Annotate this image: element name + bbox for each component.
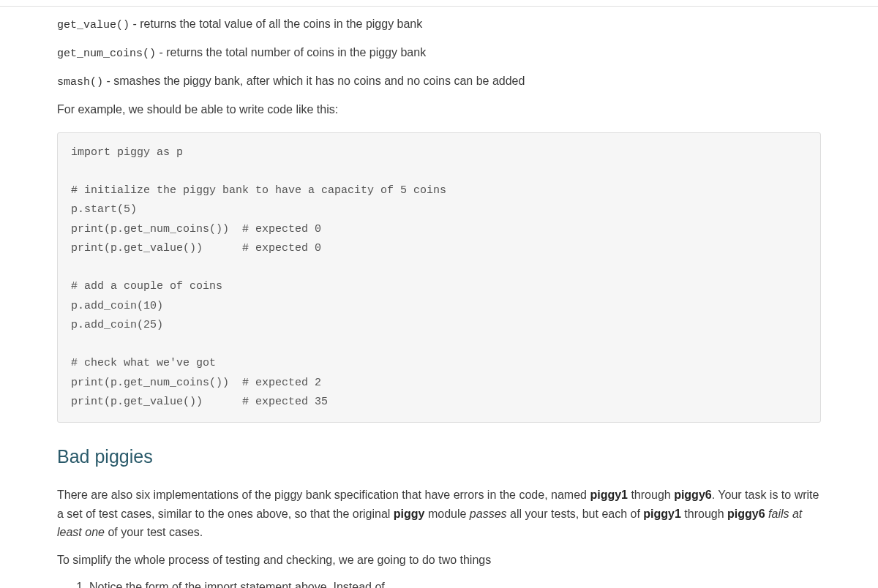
module-name: piggy [394,508,425,520]
bad-piggies-paragraph: There are also six implementations of th… [57,486,821,542]
simplify-intro: To simplify the whole process of testing… [57,551,821,570]
code-example-block: import piggy as p # initialize the piggy… [57,132,821,423]
text-run: through [628,489,674,501]
method-signature: get_value() [57,19,130,31]
module-name: piggy6 [674,489,712,501]
section-heading-bad-piggies: Bad piggies [57,442,821,471]
example-intro: For example, we should be able to write … [57,100,821,119]
document-body: get_value() - returns the total value of… [28,0,850,588]
method-description: - returns the total value of all the coi… [130,18,422,30]
method-get-value: get_value() - returns the total value of… [57,15,821,34]
text-run: through [681,508,727,520]
method-description: - smashes the piggy bank, after which it… [103,75,525,87]
emphasis: passes [470,508,507,520]
method-smash: smash() - smashes the piggy bank, after … [57,72,821,91]
module-name: piggy6 [727,508,765,520]
list-item: Notice the form of the import statement … [89,578,821,588]
method-signature: smash() [57,76,103,88]
method-description: - returns the total number of coins in t… [156,46,426,59]
module-name: piggy1 [590,489,628,501]
text-run: module [424,508,469,520]
page-divider [0,6,878,7]
module-name: piggy1 [643,508,681,520]
text-run: of your test cases. [105,526,203,538]
ordered-list: Notice the form of the import statement … [57,578,821,588]
text-run: There are also six implementations of th… [57,489,590,501]
method-signature: get_num_coins() [57,48,156,60]
text-run: all your tests, but each of [507,508,644,520]
method-get-num-coins: get_num_coins() - returns the total numb… [57,43,821,63]
